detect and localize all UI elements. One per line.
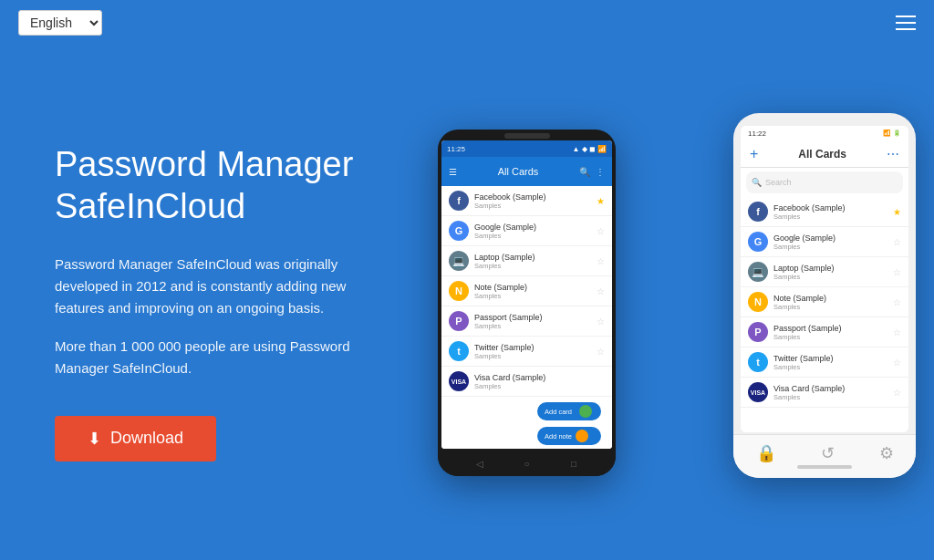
iphone: 11:22 📶 🔋 + All Cards ⋯ 🔍 Search (733, 113, 916, 478)
card-icon-facebook: f (449, 191, 469, 211)
card-icon-google: G (748, 232, 768, 252)
hero-title: Password Manager SafeInCloud (55, 144, 365, 227)
ios-toolbar: + All Cards ⋯ (741, 140, 908, 168)
card-icon-laptop: 💻 (449, 251, 469, 271)
ios-status-bar: 11:22 📶 🔋 (741, 126, 908, 140)
star-empty-icon: ☆ (893, 267, 901, 277)
add-card-button[interactable]: Add card (537, 402, 601, 420)
lock-icon: 🔒 (756, 443, 776, 463)
left-section: Password Manager SafeInCloud Password Ma… (0, 144, 420, 461)
star-empty-icon: ☆ (597, 316, 605, 327)
list-item: f Facebook (Sample) Samples ★ (741, 197, 908, 227)
ios-card-list: f Facebook (Sample) Samples ★ G Google (… (741, 197, 908, 432)
card-icon-facebook: f (748, 202, 768, 222)
refresh-icon: ↺ (821, 443, 835, 463)
add-note-icon (576, 430, 588, 442)
download-label: Download (110, 429, 183, 448)
menu-icon: ☰ (449, 167, 457, 177)
back-button[interactable]: ◁ (472, 456, 487, 471)
add-note-button[interactable]: Add note (537, 427, 601, 445)
star-empty-icon: ☆ (597, 286, 605, 296)
phones-section: 11:25 ▲ ◆ ◼ 📶 ☰ All Cards 🔍 ⋮ f Facebook… (420, 46, 934, 560)
card-icon-twitter: t (748, 352, 768, 372)
add-note-label: Add note (545, 432, 572, 441)
list-item: N Note (Sample) Samples ☆ (441, 276, 612, 306)
android-nav-bar: ◁ ○ □ (438, 451, 616, 476)
card-icon-laptop: 💻 (748, 262, 768, 282)
download-arrow-icon: ⬇ (88, 429, 101, 449)
star-empty-icon: ☆ (893, 327, 901, 337)
card-icon-note: N (748, 292, 768, 312)
list-item: 💻 Laptop (Sample) Samples ☆ (741, 257, 908, 287)
android-icons: ▲ ◆ ◼ 📶 (572, 145, 607, 153)
header: English Español Français Deutsch (0, 0, 934, 46)
android-time: 11:25 (447, 145, 465, 153)
star-empty-icon: ☆ (893, 358, 901, 368)
hamburger-line (896, 28, 916, 30)
search-placeholder: Search (765, 178, 792, 187)
android-screen: 11:25 ▲ ◆ ◼ 📶 ☰ All Cards 🔍 ⋮ f Facebook… (441, 140, 612, 449)
android-toolbar: ☰ All Cards 🔍 ⋮ (441, 157, 612, 186)
recents-button[interactable]: □ (566, 456, 581, 471)
add-card-label: Add card (545, 408, 572, 416)
android-phone: 11:25 ▲ ◆ ◼ 📶 ☰ All Cards 🔍 ⋮ f Facebook… (438, 130, 616, 476)
iphone-screen: 11:22 📶 🔋 + All Cards ⋯ 🔍 Search (741, 126, 908, 432)
card-icon-note: N (449, 281, 469, 301)
hamburger-line (896, 22, 916, 24)
card-icon-passport: P (748, 322, 768, 342)
fab-area: Add card Add note Add (441, 397, 612, 449)
list-item: G Google (Sample) Samples ☆ (741, 227, 908, 257)
star-empty-icon: ☆ (893, 237, 901, 247)
ios-add-icon[interactable]: + (750, 146, 758, 162)
list-item: VISA Visa Card (Sample) Samples ☆ (741, 378, 908, 408)
language-select[interactable]: English Español Français Deutsch (18, 10, 102, 36)
more-icon[interactable]: ⋮ (596, 167, 605, 177)
ios-time: 11:22 (748, 130, 766, 138)
star-empty-icon: ☆ (893, 388, 901, 398)
list-item: 💻 Laptop (Sample) Samples ☆ (441, 246, 612, 276)
hero-stats: More than 1 000 000 people are using Pas… (55, 336, 365, 379)
search-icon[interactable]: 🔍 (579, 167, 590, 177)
list-item: G Google (Sample) Samples ☆ (441, 216, 612, 246)
android-card-list: f Facebook (Sample) Samples ★ G Google (… (441, 186, 612, 449)
card-icon-passport: P (449, 311, 469, 331)
card-icon-visa: VISA (449, 371, 469, 391)
download-button[interactable]: ⬇ Download (55, 416, 216, 461)
android-toolbar-title: All Cards (462, 166, 574, 177)
home-button[interactable]: ○ (519, 456, 534, 471)
ios-more-icon[interactable]: ⋯ (887, 147, 899, 161)
menu-button[interactable] (896, 16, 916, 30)
ios-toolbar-title: All Cards (798, 148, 846, 161)
hero-description: Password Manager SafeInCloud was origina… (55, 254, 365, 319)
star-empty-icon: ☆ (893, 297, 901, 307)
star-icon: ★ (893, 207, 901, 217)
star-empty-icon: ☆ (597, 256, 605, 266)
star-empty-icon: ☆ (597, 226, 605, 236)
card-icon-visa: VISA (748, 382, 768, 402)
ios-icons: 📶 🔋 (883, 130, 901, 137)
ios-search-bar[interactable]: 🔍 Search (746, 171, 903, 193)
list-item: t Twitter (Sample) Samples ☆ (741, 347, 908, 378)
list-item: P Passport (Sample) Samples ☆ (441, 306, 612, 337)
add-card-icon (579, 405, 592, 418)
card-icon-google: G (449, 221, 469, 241)
list-item: f Facebook (Sample) Samples ★ (441, 186, 612, 216)
hamburger-line (896, 16, 916, 17)
card-icon-twitter: t (449, 341, 469, 361)
settings-icon: ⚙ (879, 443, 894, 463)
star-empty-icon: ☆ (597, 347, 605, 357)
search-icon: 🔍 (752, 178, 762, 187)
star-icon: ★ (597, 196, 605, 206)
list-item: VISA Visa Card (Sample) Samples (441, 367, 612, 397)
list-item: N Note (Sample) Samples ☆ (741, 287, 908, 317)
list-item: t Twitter (Sample) Samples ☆ (441, 337, 612, 367)
list-item: P Passport (Sample) Samples ☆ (741, 317, 908, 347)
android-status-bar: 11:25 ▲ ◆ ◼ 📶 (441, 140, 612, 157)
main-content: Password Manager SafeInCloud Password Ma… (0, 46, 934, 560)
ios-bottom-bar: 🔒 ↺ ⚙ (733, 434, 916, 478)
